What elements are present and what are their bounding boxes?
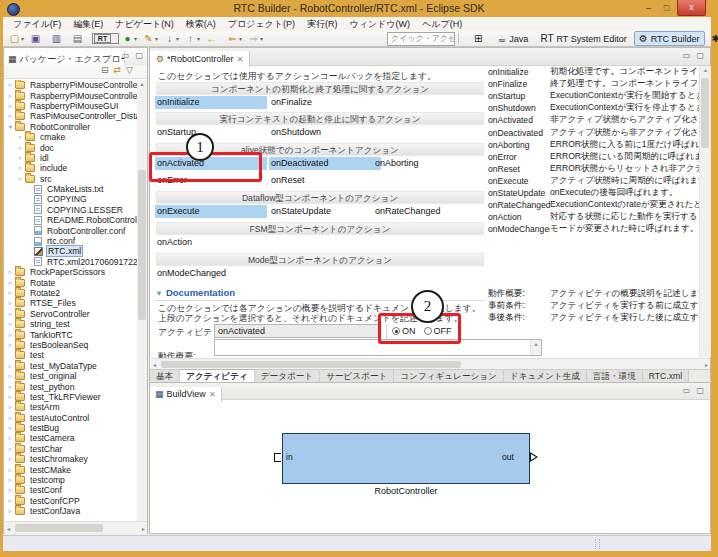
toolbar-icon[interactable]: ▤: [71, 33, 90, 44]
tree-item[interactable]: ▹ src: [5, 174, 137, 184]
documentation-section-header[interactable]: ▼Documentation: [155, 287, 235, 298]
toolbar-icon[interactable]: RT: [92, 33, 119, 44]
tree-item[interactable]: ▹ testArm: [5, 402, 137, 412]
tree-item[interactable]: ▹ testChar: [5, 444, 137, 454]
perspective-button[interactable]: ☕ Java: [492, 31, 533, 46]
maximize-button[interactable]: □: [659, 3, 674, 15]
tree-expand-arrow[interactable]: ▹: [7, 445, 14, 453]
tree-item[interactable]: ▹ testCMake: [5, 464, 137, 474]
tree-item[interactable]: COPYING.LESSER: [5, 205, 137, 215]
tree-item[interactable]: ▹ tesBooleanSeq: [5, 340, 137, 350]
activity-name-field[interactable]: onActivated: [214, 324, 380, 338]
toolbar-icon[interactable]: ▣: [29, 33, 48, 44]
tree-item[interactable]: ▹ RTSE_Files: [5, 298, 137, 308]
tree-item[interactable]: ▹ TankIoRTC: [5, 329, 137, 339]
quick-access-input[interactable]: クイック・アクセス: [387, 32, 455, 46]
tree-item[interactable]: COPYING: [5, 194, 137, 204]
tree-item[interactable]: README.RobotController: [5, 215, 137, 225]
tree-expand-arrow[interactable]: ▹: [7, 424, 14, 432]
out-port-icon[interactable]: [530, 452, 538, 462]
tree-item[interactable]: ▹ test_python: [5, 381, 137, 391]
perspective-button[interactable]: ✱ デバッグ: [707, 30, 718, 47]
menu-item[interactable]: ナビゲート(N): [109, 18, 179, 31]
tree-expand-arrow[interactable]: ▹: [7, 112, 14, 120]
tree-item[interactable]: ▹ test_MyDataType: [5, 361, 137, 371]
tree-item[interactable]: ▹ RasPiMouseController_Distanc: [5, 111, 137, 121]
tree-item[interactable]: ▹ RockPaperScissors: [5, 267, 137, 277]
tree-item[interactable]: ▹ testConfJava: [5, 506, 137, 516]
section-collapse-icon[interactable]: ▼: [155, 289, 163, 298]
tree-item[interactable]: ▹ test_TkLRFViewer: [5, 392, 137, 402]
toolbar-icon[interactable]: ⇒▾: [247, 33, 266, 44]
tree-expand-arrow[interactable]: ▹: [7, 320, 14, 328]
tree-item[interactable]: ▹ Rotate: [5, 277, 137, 287]
buildview-tab[interactable]: ▦ BuildView ✕: [150, 387, 222, 402]
tree-item[interactable]: RobotController.conf: [5, 225, 137, 235]
tree-expand-arrow[interactable]: ▹: [7, 372, 14, 380]
action-onshutdown[interactable]: onShutdown: [269, 126, 369, 139]
action-onstateupdate[interactable]: onStateUpdate: [269, 205, 369, 218]
menu-item[interactable]: ファイル(F): [7, 18, 67, 31]
toolbar-icon[interactable]: ●▾: [121, 33, 140, 44]
tree-expand-arrow[interactable]: ▹: [7, 289, 14, 297]
tree-item[interactable]: test: [5, 350, 137, 360]
tree-expand-arrow[interactable]: ▹: [7, 393, 14, 401]
menu-item[interactable]: ウィンドウ(W): [343, 18, 416, 31]
tree-item[interactable]: ▹ test_original: [5, 371, 137, 381]
menu-item[interactable]: 実行(R): [301, 18, 344, 31]
tree-expand-arrow[interactable]: ▹: [7, 403, 14, 411]
explorer-toolbar-icon[interactable]: ⇄: [114, 65, 122, 75]
tree-expand-arrow[interactable]: ▹: [7, 476, 14, 484]
tree-item[interactable]: ▹ string_test: [5, 319, 137, 329]
buildview-minmax-buttons[interactable]: ▭ ▢: [683, 386, 706, 395]
tree-expand-arrow[interactable]: ▹: [17, 164, 24, 172]
tree-expand-arrow[interactable]: ▹: [7, 383, 14, 391]
tree-expand-arrow[interactable]: ▹: [7, 486, 14, 494]
explorer-toolbar-icon[interactable]: ⊟: [101, 65, 109, 75]
tree-expand-arrow[interactable]: ▹: [7, 455, 14, 463]
rtc-component-block[interactable]: [282, 433, 530, 484]
menu-item[interactable]: ヘルプ(H): [416, 18, 468, 31]
tree-expand-arrow[interactable]: ▹: [17, 154, 24, 162]
action-onreset[interactable]: onReset: [269, 174, 369, 187]
tree-expand-arrow[interactable]: ▹: [7, 92, 14, 100]
editor-minmax-buttons[interactable]: ▭ ▢: [683, 51, 706, 60]
tree-expand-arrow[interactable]: ▹: [7, 434, 14, 442]
close-button[interactable]: x: [677, 0, 706, 16]
menu-item[interactable]: 編集(E): [67, 18, 109, 31]
toolbar-icon[interactable]: ↓▾: [163, 33, 182, 44]
tree-expand-arrow[interactable]: ▹: [7, 299, 14, 307]
tree-item[interactable]: ▹ testCamera: [5, 433, 137, 443]
menu-item[interactable]: 検索(A): [180, 18, 222, 31]
tree-expand-arrow[interactable]: ▹: [17, 175, 24, 183]
tree-item[interactable]: ▹ testConfCPP: [5, 496, 137, 506]
tree-expand-arrow[interactable]: ▹: [7, 279, 14, 287]
tree-item[interactable]: ▹ RaspberryPiMouseController_1: [5, 80, 137, 90]
tree-expand-arrow[interactable]: ▹: [17, 133, 24, 141]
resize-grip[interactable]: [595, 539, 600, 549]
toolbar-icon[interactable]: ✎▾: [142, 33, 161, 44]
perspective-button[interactable]: RT RT System Editor: [535, 31, 631, 46]
action-onstartup[interactable]: onStartup: [155, 126, 267, 139]
toolbar-icon[interactable]: ⇐▾: [226, 33, 245, 44]
action-onratechanged[interactable]: onRateChanged: [373, 205, 441, 218]
tree-expand-arrow[interactable]: ▹: [7, 268, 14, 276]
editor-tab-close-icon[interactable]: ✕: [237, 55, 244, 64]
tree-item[interactable]: CMakeLists.txt: [5, 184, 137, 194]
tree-item[interactable]: ▹ testcomp: [5, 475, 137, 485]
tree-expand-arrow[interactable]: ▹: [7, 362, 14, 370]
tree-item[interactable]: ▹ testChromakey: [5, 454, 137, 464]
explorer-horizontal-scrollbar[interactable]: ◂▸: [5, 521, 147, 534]
perspective-button[interactable]: ⚙ RTC Builder: [634, 31, 705, 46]
action-onaborting[interactable]: onAborting: [373, 157, 419, 170]
tree-item[interactable]: ▹ testBug: [5, 423, 137, 433]
tree-expand-arrow[interactable]: ▹: [7, 341, 14, 349]
action-onfinalize[interactable]: onFinalize: [269, 96, 369, 109]
tree-item[interactable]: RTC.xml20170609172246: [5, 257, 137, 267]
tree-item[interactable]: ▹ testAutoControl: [5, 413, 137, 423]
editor-vertical-scrollbar[interactable]: ▴: [699, 66, 711, 357]
toolbar-icon[interactable]: ←: [205, 33, 224, 44]
action-onexecute[interactable]: onExecute: [155, 205, 267, 218]
tree-expand-arrow[interactable]: ▹: [17, 144, 24, 152]
action-onmodechanged[interactable]: onModeChanged: [155, 267, 267, 280]
